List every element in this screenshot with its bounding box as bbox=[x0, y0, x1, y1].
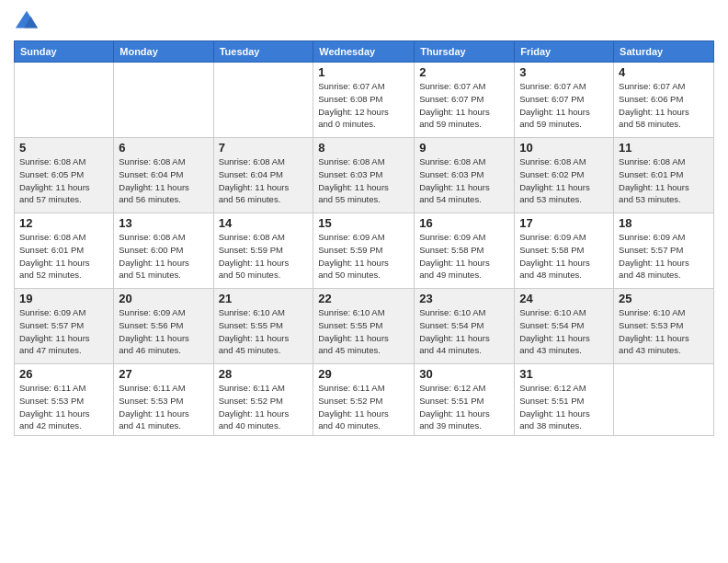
day-number: 26 bbox=[19, 367, 108, 381]
logo bbox=[14, 9, 43, 35]
day-info: Sunrise: 6:09 AMSunset: 5:58 PMDaylight:… bbox=[519, 231, 609, 282]
day-info: Sunrise: 6:08 AMSunset: 6:04 PMDaylight:… bbox=[119, 155, 208, 206]
calendar-cell: 6Sunrise: 6:08 AMSunset: 6:04 PMDaylight… bbox=[114, 138, 213, 213]
calendar-cell: 9Sunrise: 6:08 AMSunset: 6:03 PMDaylight… bbox=[415, 138, 515, 213]
day-info: Sunrise: 6:07 AMSunset: 6:08 PMDaylight:… bbox=[318, 80, 409, 131]
day-number: 3 bbox=[519, 65, 609, 79]
weekday-header-wednesday: Wednesday bbox=[313, 41, 415, 63]
day-number: 1 bbox=[318, 65, 409, 79]
day-number: 10 bbox=[519, 141, 609, 155]
day-number: 9 bbox=[419, 141, 509, 155]
day-number: 12 bbox=[19, 216, 108, 230]
calendar-cell: 7Sunrise: 6:08 AMSunset: 6:04 PMDaylight… bbox=[213, 138, 313, 213]
calendar-cell: 12Sunrise: 6:08 AMSunset: 6:01 PMDayligh… bbox=[15, 213, 114, 289]
calendar-cell: 30Sunrise: 6:12 AMSunset: 5:51 PMDayligh… bbox=[415, 364, 515, 436]
day-info: Sunrise: 6:09 AMSunset: 5:58 PMDaylight:… bbox=[419, 231, 509, 282]
weekday-header-friday: Friday bbox=[515, 41, 614, 63]
day-info: Sunrise: 6:07 AMSunset: 6:07 PMDaylight:… bbox=[519, 80, 609, 131]
calendar-cell: 3Sunrise: 6:07 AMSunset: 6:07 PMDaylight… bbox=[515, 63, 614, 138]
day-info: Sunrise: 6:08 AMSunset: 6:05 PMDaylight:… bbox=[19, 155, 108, 206]
day-number: 30 bbox=[419, 367, 509, 381]
day-info: Sunrise: 6:07 AMSunset: 6:06 PMDaylight:… bbox=[619, 80, 709, 131]
calendar-cell: 22Sunrise: 6:10 AMSunset: 5:55 PMDayligh… bbox=[313, 289, 415, 364]
day-info: Sunrise: 6:08 AMSunset: 6:04 PMDaylight:… bbox=[219, 155, 309, 206]
day-info: Sunrise: 6:08 AMSunset: 6:02 PMDaylight:… bbox=[519, 155, 609, 206]
day-info: Sunrise: 6:11 AMSunset: 5:53 PMDaylight:… bbox=[19, 382, 108, 432]
calendar-cell: 28Sunrise: 6:11 AMSunset: 5:52 PMDayligh… bbox=[213, 364, 313, 436]
day-info: Sunrise: 6:11 AMSunset: 5:52 PMDaylight:… bbox=[318, 382, 409, 432]
calendar-cell: 13Sunrise: 6:08 AMSunset: 6:00 PMDayligh… bbox=[114, 213, 213, 289]
calendar-cell: 26Sunrise: 6:11 AMSunset: 5:53 PMDayligh… bbox=[15, 364, 114, 436]
calendar-cell: 4Sunrise: 6:07 AMSunset: 6:06 PMDaylight… bbox=[614, 63, 714, 138]
calendar-cell: 8Sunrise: 6:08 AMSunset: 6:03 PMDaylight… bbox=[313, 138, 415, 213]
day-number: 7 bbox=[219, 141, 309, 155]
day-number: 4 bbox=[619, 65, 709, 79]
day-number: 5 bbox=[19, 141, 108, 155]
day-number: 31 bbox=[519, 367, 609, 381]
day-info: Sunrise: 6:11 AMSunset: 5:53 PMDaylight:… bbox=[119, 382, 208, 432]
day-number: 6 bbox=[119, 141, 208, 155]
calendar-cell: 16Sunrise: 6:09 AMSunset: 5:58 PMDayligh… bbox=[415, 213, 515, 289]
calendar-cell: 5Sunrise: 6:08 AMSunset: 6:05 PMDaylight… bbox=[15, 138, 114, 213]
day-info: Sunrise: 6:09 AMSunset: 5:57 PMDaylight:… bbox=[19, 306, 108, 357]
week-row-1: 1Sunrise: 6:07 AMSunset: 6:08 PMDaylight… bbox=[15, 63, 714, 138]
week-row-4: 19Sunrise: 6:09 AMSunset: 5:57 PMDayligh… bbox=[15, 289, 714, 364]
day-info: Sunrise: 6:09 AMSunset: 5:59 PMDaylight:… bbox=[318, 231, 409, 282]
calendar-cell: 1Sunrise: 6:07 AMSunset: 6:08 PMDaylight… bbox=[313, 63, 415, 138]
day-number: 25 bbox=[619, 292, 709, 305]
day-info: Sunrise: 6:10 AMSunset: 5:54 PMDaylight:… bbox=[419, 306, 509, 357]
weekday-header-saturday: Saturday bbox=[614, 41, 714, 63]
day-info: Sunrise: 6:08 AMSunset: 5:59 PMDaylight:… bbox=[219, 231, 309, 282]
day-info: Sunrise: 6:08 AMSunset: 6:00 PMDaylight:… bbox=[119, 231, 208, 282]
calendar: SundayMondayTuesdayWednesdayThursdayFrid… bbox=[14, 40, 714, 436]
day-number: 27 bbox=[119, 367, 208, 381]
weekday-header-row: SundayMondayTuesdayWednesdayThursdayFrid… bbox=[15, 41, 714, 63]
week-row-3: 12Sunrise: 6:08 AMSunset: 6:01 PMDayligh… bbox=[15, 213, 714, 289]
day-info: Sunrise: 6:08 AMSunset: 6:03 PMDaylight:… bbox=[419, 155, 509, 206]
day-number: 2 bbox=[419, 65, 509, 79]
calendar-cell: 11Sunrise: 6:08 AMSunset: 6:01 PMDayligh… bbox=[614, 138, 714, 213]
calendar-cell: 29Sunrise: 6:11 AMSunset: 5:52 PMDayligh… bbox=[313, 364, 415, 436]
calendar-cell: 20Sunrise: 6:09 AMSunset: 5:56 PMDayligh… bbox=[114, 289, 213, 364]
day-info: Sunrise: 6:10 AMSunset: 5:55 PMDaylight:… bbox=[219, 306, 309, 357]
calendar-cell: 15Sunrise: 6:09 AMSunset: 5:59 PMDayligh… bbox=[313, 213, 415, 289]
day-number: 17 bbox=[519, 216, 609, 230]
calendar-cell bbox=[213, 63, 313, 138]
day-info: Sunrise: 6:10 AMSunset: 5:55 PMDaylight:… bbox=[318, 306, 409, 357]
calendar-cell: 2Sunrise: 6:07 AMSunset: 6:07 PMDaylight… bbox=[415, 63, 515, 138]
day-number: 23 bbox=[419, 292, 509, 305]
calendar-cell bbox=[114, 63, 213, 138]
day-number: 29 bbox=[318, 367, 409, 381]
calendar-cell: 10Sunrise: 6:08 AMSunset: 6:02 PMDayligh… bbox=[515, 138, 614, 213]
day-info: Sunrise: 6:08 AMSunset: 6:01 PMDaylight:… bbox=[619, 155, 709, 206]
day-info: Sunrise: 6:09 AMSunset: 5:57 PMDaylight:… bbox=[619, 231, 709, 282]
day-number: 19 bbox=[19, 292, 108, 305]
calendar-cell bbox=[614, 364, 714, 436]
day-number: 18 bbox=[619, 216, 709, 230]
calendar-cell: 27Sunrise: 6:11 AMSunset: 5:53 PMDayligh… bbox=[114, 364, 213, 436]
day-info: Sunrise: 6:07 AMSunset: 6:07 PMDaylight:… bbox=[419, 80, 509, 131]
day-info: Sunrise: 6:09 AMSunset: 5:56 PMDaylight:… bbox=[119, 306, 208, 357]
day-number: 15 bbox=[318, 216, 409, 230]
weekday-header-thursday: Thursday bbox=[415, 41, 515, 63]
day-info: Sunrise: 6:08 AMSunset: 6:03 PMDaylight:… bbox=[318, 155, 409, 206]
calendar-cell: 23Sunrise: 6:10 AMSunset: 5:54 PMDayligh… bbox=[415, 289, 515, 364]
header bbox=[14, 9, 714, 35]
calendar-cell: 14Sunrise: 6:08 AMSunset: 5:59 PMDayligh… bbox=[213, 213, 313, 289]
day-number: 20 bbox=[119, 292, 208, 305]
day-info: Sunrise: 6:11 AMSunset: 5:52 PMDaylight:… bbox=[219, 382, 309, 432]
day-number: 22 bbox=[318, 292, 409, 305]
calendar-cell: 24Sunrise: 6:10 AMSunset: 5:54 PMDayligh… bbox=[515, 289, 614, 364]
calendar-cell: 18Sunrise: 6:09 AMSunset: 5:57 PMDayligh… bbox=[614, 213, 714, 289]
day-number: 13 bbox=[119, 216, 208, 230]
calendar-cell bbox=[15, 63, 114, 138]
weekday-header-monday: Monday bbox=[114, 41, 213, 63]
calendar-cell: 21Sunrise: 6:10 AMSunset: 5:55 PMDayligh… bbox=[213, 289, 313, 364]
day-info: Sunrise: 6:10 AMSunset: 5:53 PMDaylight:… bbox=[619, 306, 709, 357]
logo-icon bbox=[14, 9, 40, 35]
page-container: SundayMondayTuesdayWednesdayThursdayFrid… bbox=[0, 0, 728, 441]
day-info: Sunrise: 6:08 AMSunset: 6:01 PMDaylight:… bbox=[19, 231, 108, 282]
calendar-cell: 19Sunrise: 6:09 AMSunset: 5:57 PMDayligh… bbox=[15, 289, 114, 364]
day-number: 24 bbox=[519, 292, 609, 305]
weekday-header-sunday: Sunday bbox=[15, 41, 114, 63]
